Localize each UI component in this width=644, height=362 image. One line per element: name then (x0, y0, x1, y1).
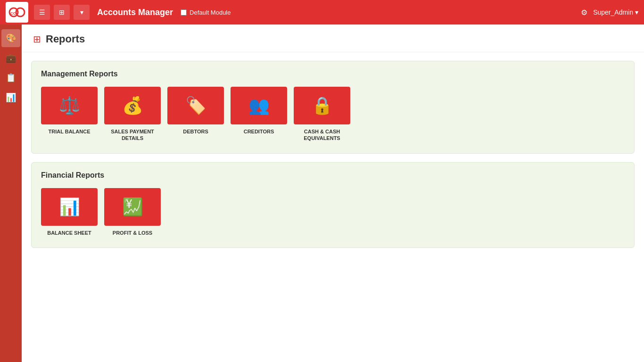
profit-loss-img: 💹 (104, 188, 161, 226)
creditors-img: 👥 (231, 87, 287, 124)
balance-sheet-card[interactable]: 📊 BALANCE SHEET (41, 188, 98, 236)
chevron-button[interactable]: ▾ (74, 5, 90, 20)
grid-button[interactable]: ⊞ (54, 5, 70, 20)
default-module-label: Default Module (190, 9, 231, 16)
scale-icon: ⚖️ (59, 96, 80, 115)
trial-balance-img: ⚖️ (41, 87, 98, 124)
profit-icon: 💹 (122, 197, 143, 217)
page-header: ⊞ Reports (22, 25, 644, 52)
trial-balance-label: TRIAL BALANCE (48, 128, 90, 135)
hamburger-button[interactable]: ☰ (34, 5, 50, 20)
trial-balance-card[interactable]: ⚖️ TRIAL BALANCE (41, 87, 98, 142)
cash-equivalents-img: 🔒 (294, 87, 350, 124)
default-module-toggle: Default Module (181, 9, 231, 16)
sidebar-item-chart[interactable]: 📊 (1, 89, 20, 107)
briefcase-icon: 💼 (6, 53, 16, 63)
settings-icon[interactable]: ⚙ (581, 8, 587, 17)
sidebar-item-briefcase[interactable]: 💼 (1, 49, 20, 67)
page-title: Reports (46, 33, 85, 45)
user-chevron-icon: ▾ (635, 8, 638, 16)
financial-report-cards: 📊 BALANCE SHEET 💹 PROFIT & LOSS (41, 188, 625, 236)
user-label: Super_Admin (593, 8, 633, 16)
cash-equivalents-label: CASH & CASH EQUIVALENTS (294, 128, 350, 142)
palette-icon: 🎨 (6, 33, 16, 43)
sidebar-item-document[interactable]: 📋 (1, 69, 20, 87)
management-reports-title: Management Reports (41, 70, 625, 78)
creditors-icon: 👥 (248, 96, 270, 115)
financial-reports-section: Financial Reports 📊 BALANCE SHEET 💹 PROF… (31, 162, 635, 248)
chart-icon: 📊 (6, 92, 16, 103)
reports-grid-icon: ⊞ (33, 33, 41, 45)
financial-reports-title: Financial Reports (41, 171, 625, 180)
management-reports-section: Management Reports ⚖️ TRIAL BALANCE 💰 SA… (31, 61, 635, 154)
main-content: ⊞ Reports Management Reports ⚖️ TRIAL BA… (22, 25, 644, 362)
debtors-label: DEBTORS (183, 128, 208, 135)
user-dropdown[interactable]: Super_Admin ▾ (593, 8, 638, 16)
app-logo: CC (6, 2, 28, 23)
debtors-img: 🏷️ (167, 87, 224, 124)
balance-icon: 📊 (59, 197, 80, 217)
sales-payment-card[interactable]: 💰 SALES PAYMENT DETAILS (104, 87, 161, 142)
debt-icon: 🏷️ (185, 96, 206, 115)
navbar: CC ☰ ⊞ ▾ Accounts Manager Default Module… (0, 0, 644, 25)
balance-sheet-img: 📊 (41, 188, 98, 226)
sidebar: 🎨 💼 📋 📊 (0, 25, 22, 362)
coins-icon: 💰 (122, 96, 143, 115)
app-title: Accounts Manager (97, 8, 173, 17)
management-report-cards: ⚖️ TRIAL BALANCE 💰 SALES PAYMENT DETAILS… (41, 87, 625, 142)
sales-payment-img: 💰 (104, 87, 161, 124)
document-icon: 📋 (6, 73, 16, 83)
default-module-checkbox[interactable] (181, 9, 187, 16)
creditors-label: CREDITORS (244, 128, 274, 135)
cash-equivalents-card[interactable]: 🔒 CASH & CASH EQUIVALENTS (294, 87, 350, 142)
svg-text:CC: CC (10, 11, 16, 16)
sales-payment-label: SALES PAYMENT DETAILS (104, 128, 161, 142)
profit-loss-label: PROFIT & LOSS (113, 230, 152, 236)
debtors-card[interactable]: 🏷️ DEBTORS (167, 87, 224, 142)
sidebar-item-palette[interactable]: 🎨 (1, 29, 20, 47)
navbar-right: ⚙ Super_Admin ▾ (581, 8, 638, 17)
balance-sheet-label: BALANCE SHEET (47, 230, 91, 236)
creditors-card[interactable]: 👥 CREDITORS (231, 87, 287, 142)
safe-icon: 🔒 (312, 96, 333, 115)
profit-loss-card[interactable]: 💹 PROFIT & LOSS (104, 188, 161, 236)
